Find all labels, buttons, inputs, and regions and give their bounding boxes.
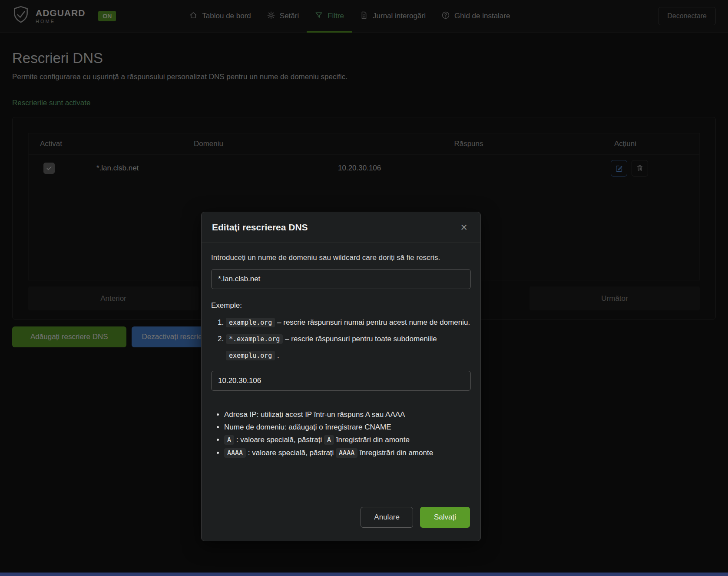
- examples-label: Exemple:: [211, 301, 471, 310]
- answer-input[interactable]: [211, 371, 471, 391]
- note-item: AAAA : valoare specială, păstrați AAAA î…: [224, 446, 471, 459]
- example-code: *.example.org: [226, 334, 283, 344]
- edit-rewrite-modal: Editați rescrierea DNS × Introduceți un …: [201, 212, 481, 541]
- note-code: A: [224, 435, 234, 445]
- cancel-button[interactable]: Anulare: [361, 507, 413, 528]
- note-code: A: [324, 435, 334, 445]
- modal-title: Editați rescrierea DNS: [212, 222, 308, 233]
- close-icon[interactable]: ×: [458, 223, 470, 232]
- modal-body: Introduceți un nume de domeniu sau wildc…: [202, 243, 480, 498]
- example-code: example.org: [226, 318, 275, 327]
- bottom-strip: [0, 573, 728, 576]
- example-item: example.org – rescrie răspunsuri numai p…: [226, 314, 471, 331]
- note-item: Nume de domeniu: adăugați o înregistrare…: [224, 421, 471, 433]
- notes-list: Adresa IP: utilizați acest IP într-un ră…: [211, 408, 471, 459]
- examples-list: example.org – rescrie răspunsuri numai p…: [211, 314, 471, 364]
- modal-header: Editați rescrierea DNS ×: [202, 212, 480, 243]
- save-button[interactable]: Salvați: [420, 507, 470, 528]
- note-item: A : valoare specială, păstrați A înregis…: [224, 433, 471, 446]
- note-code: AAAA: [336, 448, 357, 458]
- domain-input[interactable]: [211, 269, 471, 289]
- note-item: Adresa IP: utilizați acest IP într-un ră…: [224, 408, 471, 421]
- note-code: AAAA: [224, 448, 246, 458]
- modal-footer: Anulare Salvați: [202, 498, 480, 541]
- example-code: exemplu.org: [226, 351, 275, 360]
- example-item: *.example.org – rescrie răspunsuri pentr…: [226, 331, 471, 364]
- modal-description: Introduceți un nume de domeniu sau wildc…: [211, 253, 471, 262]
